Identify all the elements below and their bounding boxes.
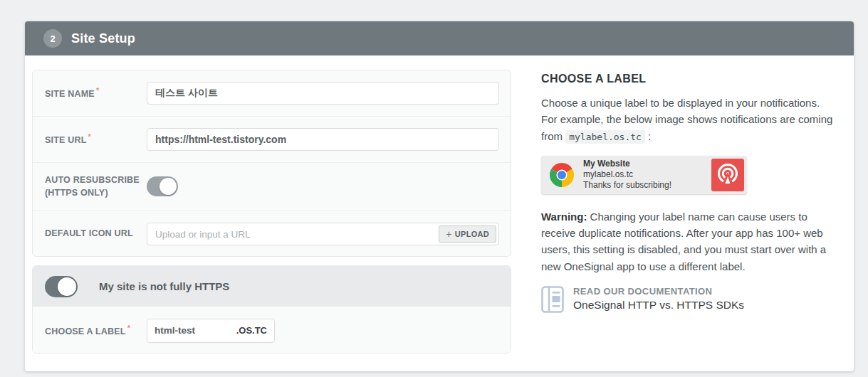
choose-label-input[interactable] [155, 325, 236, 336]
documentation-title: OneSignal HTTP vs. HTTPS SDKs [573, 299, 744, 312]
auto-resubscribe-row: AUTO RESUBSCRIBE (HTTPS ONLY) [33, 163, 511, 211]
card-header: 2 Site Setup [25, 21, 854, 55]
auto-resubscribe-label-line2: (HTTPS ONLY) [45, 186, 147, 199]
upload-button[interactable]: + UPLOAD [439, 225, 496, 243]
example-label-code: mylabel.os.tc [565, 130, 645, 144]
warning-label: Warning: [541, 211, 587, 223]
toggle-knob [58, 277, 76, 296]
site-setup-card: 2 Site Setup SITE NAME* SITE URL* AUTO R… [25, 21, 854, 371]
required-asterisk: * [127, 324, 130, 332]
required-asterisk: * [88, 132, 91, 141]
choose-label-label-text: CHOOSE A LABEL [45, 326, 126, 336]
not-fully-https-toggle[interactable] [45, 276, 78, 297]
chrome-icon [549, 162, 575, 188]
notification-title: My Website [583, 159, 671, 169]
site-name-label: SITE NAME* [45, 85, 147, 100]
site-url-row: SITE URL* [33, 117, 511, 163]
site-url-input[interactable] [147, 128, 499, 151]
site-url-label: SITE URL* [45, 132, 147, 147]
auto-resubscribe-label-line1: AUTO RESUBSCRIBE [45, 174, 147, 186]
auto-resubscribe-label: AUTO RESUBSCRIBE (HTTPS ONLY) [45, 174, 147, 199]
step-number-badge: 2 [43, 29, 62, 48]
https-settings-panel: My site is not fully HTTPS CHOOSE A LABE… [32, 265, 511, 354]
help-intro-suffix: : [645, 130, 651, 142]
onesignal-icon [711, 159, 744, 191]
auto-resubscribe-toggle[interactable] [147, 176, 178, 196]
documentation-icon [541, 286, 564, 313]
documentation-text: READ OUR DOCUMENTATION OneSignal HTTP vs… [573, 286, 744, 312]
warning-paragraph: Warning: Changing your label name can ca… [541, 208, 835, 275]
help-heading: CHOOSE A LABEL [541, 73, 835, 85]
notification-domain: mylabel.os.tc [583, 169, 671, 180]
default-icon-url-row: DEFAULT ICON URL + UPLOAD [33, 211, 511, 257]
choose-label-help: CHOOSE A LABEL Choose a unique label to … [541, 73, 835, 313]
default-icon-url-label: DEFAULT ICON URL [45, 227, 147, 240]
label-domain-suffix: .OS.TC [236, 325, 267, 336]
required-asterisk: * [96, 86, 99, 95]
plus-icon: + [446, 228, 451, 240]
notification-message: Thanks for subscribing! [583, 180, 671, 191]
notification-preview-text: My Website mylabel.os.tc Thanks for subs… [583, 159, 671, 191]
site-settings-panel: SITE NAME* SITE URL* AUTO RESUBSCRIBE (H… [32, 70, 511, 257]
site-name-row: SITE NAME* [33, 70, 511, 117]
help-intro: Choose a unique label to be displayed in… [541, 95, 835, 144]
site-name-label-text: SITE NAME [45, 90, 95, 100]
not-fully-https-label: My site is not fully HTTPS [99, 280, 229, 292]
documentation-eyebrow: READ OUR DOCUMENTATION [573, 286, 744, 297]
documentation-link[interactable]: READ OUR DOCUMENTATION OneSignal HTTP vs… [541, 286, 835, 313]
https-toggle-bar: My site is not fully HTTPS [33, 266, 511, 307]
choose-label-row: CHOOSE A LABEL* .OS.TC [33, 307, 511, 354]
choose-label-label: CHOOSE A LABEL* [45, 323, 147, 338]
page-title: Site Setup [71, 31, 135, 46]
notification-preview-image: My Website mylabel.os.tc Thanks for subs… [541, 156, 747, 194]
choose-label-field: .OS.TC [147, 319, 275, 343]
site-url-label-text: SITE URL [45, 136, 87, 146]
upload-button-label: UPLOAD [455, 230, 489, 238]
default-icon-url-field: + UPLOAD [147, 223, 499, 245]
toggle-knob [160, 178, 177, 195]
site-name-input[interactable] [147, 82, 499, 105]
